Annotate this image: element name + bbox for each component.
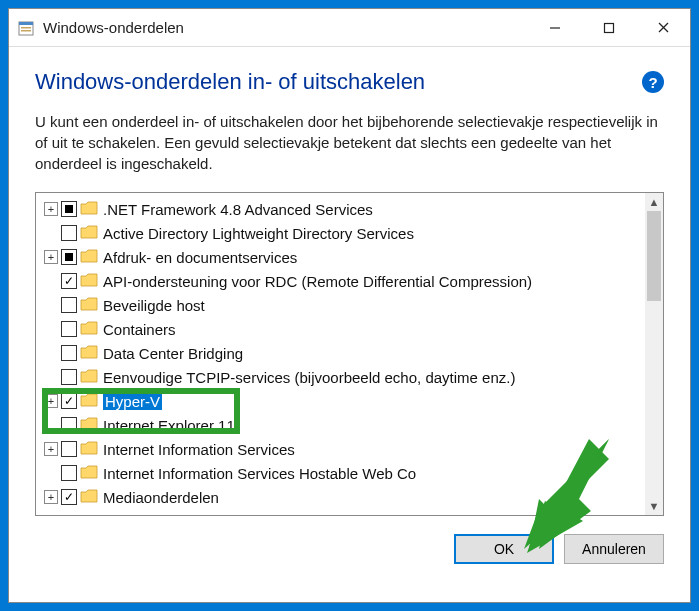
folder-icon xyxy=(80,297,98,314)
feature-checkbox[interactable] xyxy=(61,225,77,241)
feature-label[interactable]: Hyper-V xyxy=(103,393,162,410)
feature-label[interactable]: Containers xyxy=(103,321,176,338)
feature-checkbox[interactable] xyxy=(61,249,77,265)
folder-icon xyxy=(80,225,98,242)
feature-tree: +.NET Framework 4.8 Advanced Services+Ac… xyxy=(35,192,664,516)
folder-icon xyxy=(80,465,98,482)
feature-checkbox[interactable] xyxy=(61,273,77,289)
feature-row[interactable]: +Data Center Bridging xyxy=(38,341,643,365)
feature-checkbox[interactable] xyxy=(61,489,77,505)
scrollbar[interactable]: ▲ ▼ xyxy=(645,193,663,515)
page-heading: Windows-onderdelen in- of uitschakelen xyxy=(35,69,425,95)
minimize-button[interactable] xyxy=(528,9,582,47)
folder-icon xyxy=(80,201,98,218)
content: Windows-onderdelen in- of uitschakelen ?… xyxy=(9,47,690,602)
feature-row[interactable]: +Internet Information Services xyxy=(38,437,643,461)
feature-row[interactable]: +Mediaonderdelen xyxy=(38,485,643,509)
expand-icon[interactable]: + xyxy=(44,442,58,456)
feature-row[interactable]: +.NET Framework 4.8 Advanced Services xyxy=(38,197,643,221)
feature-checkbox[interactable] xyxy=(61,441,77,457)
feature-row[interactable]: +Hyper-V xyxy=(38,389,643,413)
feature-label[interactable]: Internet Explorer 11 xyxy=(103,417,235,434)
svg-rect-3 xyxy=(21,30,31,32)
window-title: Windows-onderdelen xyxy=(43,19,528,36)
svg-rect-5 xyxy=(605,23,614,32)
folder-icon xyxy=(80,345,98,362)
windows-features-dialog: Windows-onderdelen Windows-onderdelen in… xyxy=(8,8,691,603)
feature-checkbox[interactable] xyxy=(61,417,77,433)
feature-row[interactable]: +Eenvoudige TCPIP-services (bijvoorbeeld… xyxy=(38,365,643,389)
feature-label[interactable]: Beveiligde host xyxy=(103,297,205,314)
ok-button[interactable]: OK xyxy=(454,534,554,564)
feature-checkbox[interactable] xyxy=(61,321,77,337)
folder-icon xyxy=(80,393,98,410)
scroll-thumb[interactable] xyxy=(647,211,661,301)
titlebar[interactable]: Windows-onderdelen xyxy=(9,9,690,47)
feature-row[interactable]: +Containers xyxy=(38,317,643,341)
feature-label[interactable]: Internet Information Services xyxy=(103,441,295,458)
feature-row[interactable]: +Internet Information Services Hostable … xyxy=(38,461,643,485)
scroll-up-icon[interactable]: ▲ xyxy=(645,193,663,211)
feature-label[interactable]: Afdruk- en documentservices xyxy=(103,249,297,266)
maximize-button[interactable] xyxy=(582,9,636,47)
feature-row[interactable]: +Afdruk- en documentservices xyxy=(38,245,643,269)
feature-checkbox[interactable] xyxy=(61,369,77,385)
folder-icon xyxy=(80,273,98,290)
feature-checkbox[interactable] xyxy=(61,345,77,361)
feature-row[interactable]: +Active Directory Lightweight Directory … xyxy=(38,221,643,245)
folder-icon xyxy=(80,441,98,458)
feature-checkbox[interactable] xyxy=(61,393,77,409)
feature-row[interactable]: +API-ondersteuning voor RDC (Remote Diff… xyxy=(38,269,643,293)
folder-icon xyxy=(80,321,98,338)
folder-icon xyxy=(80,249,98,266)
expand-icon[interactable]: + xyxy=(44,250,58,264)
feature-row[interactable]: +Beveiligde host xyxy=(38,293,643,317)
feature-checkbox[interactable] xyxy=(61,465,77,481)
feature-row[interactable]: +Internet Explorer 11 xyxy=(38,413,643,437)
svg-rect-2 xyxy=(21,27,31,29)
feature-checkbox[interactable] xyxy=(61,201,77,217)
expand-icon[interactable]: + xyxy=(44,490,58,504)
feature-label[interactable]: Mediaonderdelen xyxy=(103,489,219,506)
folder-icon xyxy=(80,417,98,434)
feature-label[interactable]: Data Center Bridging xyxy=(103,345,243,362)
feature-label[interactable]: API-ondersteuning voor RDC (Remote Diffe… xyxy=(103,273,532,290)
folder-icon xyxy=(80,489,98,506)
feature-label[interactable]: Eenvoudige TCPIP-services (bijvoorbeeld … xyxy=(103,369,515,386)
feature-label[interactable]: Active Directory Lightweight Directory S… xyxy=(103,225,414,242)
app-icon xyxy=(15,17,37,39)
feature-label[interactable]: .NET Framework 4.8 Advanced Services xyxy=(103,201,373,218)
feature-checkbox[interactable] xyxy=(61,297,77,313)
close-button[interactable] xyxy=(636,9,690,47)
svg-rect-1 xyxy=(19,22,33,25)
page-description: U kunt een onderdeel in- of uitschakelen… xyxy=(35,111,664,174)
cancel-button[interactable]: Annuleren xyxy=(564,534,664,564)
folder-icon xyxy=(80,369,98,386)
expand-icon[interactable]: + xyxy=(44,202,58,216)
expand-icon[interactable]: + xyxy=(44,394,58,408)
scroll-down-icon[interactable]: ▼ xyxy=(645,497,663,515)
feature-label[interactable]: Internet Information Services Hostable W… xyxy=(103,465,416,482)
help-icon[interactable]: ? xyxy=(642,71,664,93)
